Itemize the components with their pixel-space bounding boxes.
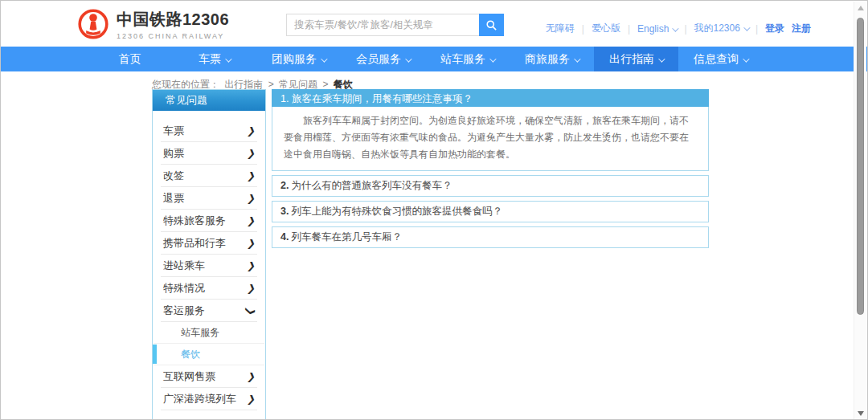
chevron-right-icon [247,142,255,165]
breadcrumb-label: 您现在的位置： [152,79,219,90]
nav-item-group-services[interactable]: 团购服务 [256,47,341,71]
nav-item-member-services[interactable]: 会员服务 [341,47,425,71]
sidebar-item-boarding[interactable]: 进站乘车 [161,255,257,277]
chevron-down-icon [673,25,679,31]
scrollbar-down-arrow-icon[interactable] [858,411,864,416]
search-button[interactable] [479,14,504,36]
breadcrumb-level1[interactable]: 出行指南 [224,79,263,90]
search-input[interactable] [286,14,479,36]
chevron-down-icon [225,55,231,62]
faq-content: 1. 旅客在乘车期间，用餐有哪些注意事项？ 旅客列车车厢属于封闭空间。为创造良好… [272,89,709,248]
chevron-down-icon [658,55,665,62]
sidebar-item-tickets[interactable]: 车票 [161,120,257,142]
chevron-right-icon [247,277,255,300]
chevron-right-icon [247,210,255,232]
chevron-right-icon [247,120,255,142]
nav-item-business-travel[interactable]: 商旅服务 [510,47,594,71]
nav-item-home[interactable]: 首页 [88,47,172,71]
faq-question-4[interactable]: 4.列车餐车在第几号车厢？ [272,226,709,248]
main-nav: 首页 车票 团购服务 会员服务 站车服务 商旅服务 出行指南 信息查询 [1,47,867,71]
vertical-scrollbar[interactable] [854,2,866,420]
sidebar-item-gz-sz-hk-trains[interactable]: 广深港跨境列车 [161,388,257,410]
faq-answer-1: 旅客列车车厢属于封闭空间。为创造良好旅途环境，确保空气清新，旅客在乘车期间，请不… [272,107,709,171]
care-version-link[interactable]: 爱心版 [592,22,620,35]
chevron-right-icon [247,365,255,388]
sidebar-title: 常见问题 [153,90,265,111]
chevron-down-icon [240,306,262,314]
search-bar [286,14,504,36]
china-railway-logo-icon [77,8,109,40]
logo-subtitle: 12306 CHINA RAILWAY [117,32,229,40]
register-link[interactable]: 注册 [792,22,811,35]
sidebar-item-refund[interactable]: 退票 [161,187,257,210]
logo-title: 中国铁路12306 [117,9,229,31]
sidebar-subitem-dining[interactable]: 餐饮 [154,344,264,365]
my-12306-link[interactable]: 我的12306 [694,22,748,35]
nav-item-info-query[interactable]: 信息查询 [678,47,763,71]
sidebar-item-change[interactable]: 改签 [161,165,257,187]
sidebar-item-passenger-services[interactable]: 客运服务 [161,300,257,322]
page: 中国铁路12306 12306 CHINA RAILWAY 无障碍 | 爱心版 … [0,0,868,420]
chevron-right-icon [247,388,255,410]
header: 中国铁路12306 12306 CHINA RAILWAY 无障碍 | 爱心版 … [1,1,867,47]
nav-item-travel-guide[interactable]: 出行指南 [594,47,678,71]
faq-question-1[interactable]: 1. 旅客在乘车期间，用餐有哪些注意事项？ [272,89,709,107]
chevron-right-icon [247,165,255,187]
accessibility-link[interactable]: 无障碍 [546,22,575,35]
chevron-down-icon [321,55,327,62]
breadcrumb-level2[interactable]: 常见问题 [279,79,317,90]
sidebar-item-internet-ticketing[interactable]: 互联网售票 [161,365,257,388]
nav-item-station-services[interactable]: 站车服务 [425,47,510,71]
logo[interactable]: 中国铁路12306 12306 CHINA RAILWAY [77,8,229,40]
scrollbar-up-arrow-icon[interactable] [858,6,864,10]
login-link[interactable]: 登录 [765,22,784,35]
sidebar-item-special-situations[interactable]: 特殊情况 [161,277,257,300]
chevron-down-icon [489,55,496,62]
nav-item-tickets[interactable]: 车票 [172,47,256,71]
sidebar-item-purchase[interactable]: 购票 [161,142,257,165]
faq-category-sidebar: 常见问题 车票 购票 改签 退票 特殊旅客服务 携带品和行李 进站乘车 特殊情况… [152,89,266,420]
chevron-down-icon [743,24,750,31]
chevron-right-icon [247,232,255,255]
chevron-right-icon [247,187,255,210]
header-links: 无障碍 | 爱心版 | English | 我的12306 | 登录 注册 [546,22,811,35]
chevron-right-icon [247,255,255,277]
chevron-down-icon [405,55,411,62]
chevron-down-icon [574,55,580,62]
faq-question-2[interactable]: 2.为什么有的普通旅客列车没有餐车？ [272,175,709,197]
language-link[interactable]: English [637,23,677,35]
faq-question-3[interactable]: 3.列车上能为有特殊饮食习惯的旅客提供餐食吗？ [272,201,709,222]
chevron-down-icon [743,55,749,62]
scrollbar-thumb[interactable] [857,18,864,315]
search-icon [485,19,497,31]
sidebar-item-luggage[interactable]: 携带品和行李 [161,232,257,255]
breadcrumb-current: 餐饮 [334,79,353,90]
sidebar-subitem-station-services[interactable]: 站车服务 [154,322,264,344]
sidebar-item-special-passengers[interactable]: 特殊旅客服务 [161,210,257,232]
